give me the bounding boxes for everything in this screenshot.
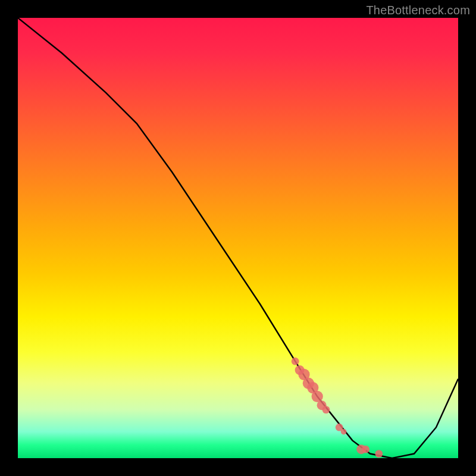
point-low2	[362, 446, 369, 453]
point-low3	[375, 450, 383, 458]
cluster-end	[322, 406, 330, 414]
chart-container: TheBottleneck.com	[0, 0, 476, 476]
cluster-start	[292, 358, 299, 365]
chart-overlay	[18, 18, 458, 458]
point-mid2	[341, 429, 347, 435]
cluster-e	[312, 391, 323, 402]
bottleneck-curve-line	[18, 18, 458, 458]
data-markers	[292, 358, 383, 458]
watermark-text: TheBottleneck.com	[366, 4, 470, 17]
